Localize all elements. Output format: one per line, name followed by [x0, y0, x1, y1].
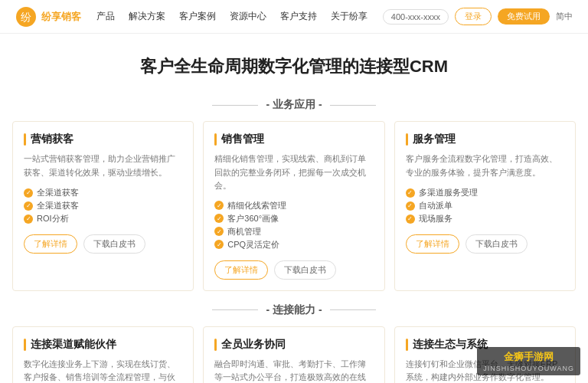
- card-actions: 了解详情 下载白皮书: [24, 234, 182, 254]
- section-line-right: [330, 105, 376, 106]
- card-actions: 了解详情 下载白皮书: [406, 234, 564, 254]
- section-biz-title: - 业务应用 -: [266, 98, 322, 112]
- check-icon: ✓: [406, 201, 415, 211]
- card-features: ✓ 精细化线索管理 ✓ 客户360°画像 ✓ 商机管理 ✓ CPQ灵活定价: [214, 199, 373, 251]
- check-icon: ✓: [214, 201, 224, 210]
- check-icon: ✓: [214, 240, 224, 249]
- lang-button[interactable]: 简中: [556, 11, 573, 22]
- section-biz-title-wrap: - 业务应用 -: [0, 98, 588, 112]
- feature-text: 多渠道服务受理: [419, 187, 478, 198]
- card-desc: 数字化连接业务上下游，实现在线订货、客户报备、销售培训等全流程管理，与伙伴共创共…: [24, 358, 182, 383]
- watermark-main: 金狮手游网: [504, 350, 554, 364]
- phone-button[interactable]: 400-xxx-xxxx: [383, 9, 449, 25]
- card-features: ✓ 多渠道服务受理 ✓ 自动派单 ✓ 现场服务: [406, 186, 564, 225]
- card-title: 营销获客: [31, 133, 74, 146]
- feature-item: ✓ 商机管理: [214, 225, 373, 238]
- check-icon: ✓: [406, 188, 415, 198]
- detail-button[interactable]: 了解详情: [214, 260, 268, 280]
- check-icon: ✓: [24, 188, 33, 198]
- nav-cases[interactable]: 客户案例: [179, 10, 216, 23]
- feature-item: ✓ 多渠道服务受理: [406, 186, 564, 199]
- check-icon: ✓: [214, 227, 224, 236]
- card-title: 服务管理: [413, 133, 456, 146]
- section-connect-title: - 连接能力 -: [266, 303, 322, 317]
- card-accent: [24, 339, 26, 351]
- hero-title: 客户全生命周期数字化管理的连接型CRM: [15, 55, 573, 78]
- section-connect-title-wrap: - 连接能力 -: [0, 303, 588, 317]
- card-desc: 精细化销售管理，实现线索、商机到订单回款的完整业务闭环，把握每一次成交机会。: [214, 152, 373, 193]
- feature-item: ✓ 全渠道获客: [24, 199, 182, 212]
- nav-resources[interactable]: 资源中心: [230, 10, 266, 23]
- watermark-sub: JINSHISHOUYOUWANG: [483, 365, 574, 372]
- header-actions: 400-xxx-xxxx 登录 免费试用 简中: [383, 8, 573, 25]
- hero-section: 客户全生命周期数字化管理的连接型CRM: [0, 34, 588, 86]
- nav-product[interactable]: 产品: [96, 10, 115, 23]
- logo[interactable]: 纷 纷享销客: [15, 6, 81, 28]
- biz-cards-grid: 营销获客 一站式营销获客管理，助力企业营销推广获客、渠道转化效果，驱动业绩增长。…: [0, 121, 588, 291]
- feature-item: ✓ 自动派单: [406, 199, 564, 212]
- feature-text: 自动派单: [419, 200, 452, 211]
- check-icon: ✓: [406, 214, 415, 224]
- nav-support[interactable]: 客户支持: [280, 10, 317, 23]
- feature-text: 现场服务: [419, 213, 452, 224]
- card-title: 连接生态与系统: [413, 338, 488, 352]
- card-1: 销售管理 精细化销售管理，实现线索、商机到订单回款的完整业务闭环，把握每一次成交…: [203, 121, 384, 291]
- logo-text: 纷享销客: [41, 10, 81, 24]
- card-1: 全员业务协同 融合即时沟通、审批、考勤打卡、工作簿等一站式办公平台，打造极致高效…: [203, 326, 384, 383]
- card-header: 全员业务协同: [214, 338, 373, 352]
- feature-item: ✓ 全渠道获客: [24, 186, 182, 199]
- section-line-left: [212, 105, 258, 106]
- watermark: 金狮手游网 JINSHISHOUYOUWANG: [477, 347, 580, 375]
- check-icon: ✓: [214, 214, 224, 223]
- detail-button[interactable]: 了解详情: [24, 234, 77, 254]
- card-title: 全员业务协同: [221, 338, 286, 352]
- card-accent: [214, 339, 217, 351]
- card-desc: 客户服务全流程数字化管理，打造高效、专业的服务体验，提升客户满意度。: [406, 152, 564, 180]
- feature-text: 精细化线索管理: [227, 200, 286, 211]
- detail-button[interactable]: 了解详情: [406, 234, 459, 254]
- card-title: 销售管理: [221, 133, 264, 146]
- card-header: 服务管理: [406, 133, 564, 146]
- feature-text: CPQ灵活定价: [227, 239, 279, 250]
- feature-text: 商机管理: [227, 226, 261, 237]
- feature-item: ✓ CPQ灵活定价: [214, 238, 373, 251]
- card-desc: 一站式营销获客管理，助力企业营销推广获客、渠道转化效果，驱动业绩增长。: [24, 152, 182, 180]
- card-header: 营销获客: [24, 133, 182, 146]
- card-accent: [24, 133, 26, 146]
- card-actions: 了解详情 下载白皮书: [214, 260, 373, 280]
- card-0: 连接渠道赋能伙伴 数字化连接业务上下游，实现在线订货、客户报备、销售培训等全流程…: [12, 326, 194, 383]
- whitepaper-button[interactable]: 下载白皮书: [83, 234, 145, 254]
- card-2: 服务管理 客户服务全流程数字化管理，打造高效、专业的服务体验，提升客户满意度。 …: [394, 121, 576, 291]
- section-line2-left: [212, 309, 258, 310]
- logo-icon: 纷: [15, 6, 37, 28]
- nav-about[interactable]: 关于纷享: [331, 10, 368, 23]
- check-icon: ✓: [24, 214, 33, 224]
- login-button[interactable]: 登录: [455, 8, 492, 25]
- card-header: 连接渠道赋能伙伴: [24, 338, 182, 352]
- card-0: 营销获客 一站式营销获客管理，助力企业营销推广获客、渠道转化效果，驱动业绩增长。…: [12, 121, 194, 291]
- feature-text: ROI分析: [37, 213, 69, 224]
- feature-item: ✓ ROI分析: [24, 212, 182, 225]
- feature-text: 全渠道获客: [37, 187, 79, 198]
- svg-text:纷: 纷: [21, 11, 31, 23]
- card-title: 连接渠道赋能伙伴: [31, 338, 116, 352]
- feature-item: ✓ 精细化线索管理: [214, 199, 373, 212]
- feature-item: ✓ 现场服务: [406, 212, 564, 225]
- section-line2-right: [330, 309, 376, 310]
- card-accent: [406, 133, 408, 146]
- card-accent: [214, 133, 217, 146]
- card-desc: 融合即时沟通、审批、考勤打卡、工作簿等一站式办公平台，打造极致高效的在线协同作业…: [214, 358, 373, 383]
- feature-item: ✓ 客户360°画像: [214, 212, 373, 225]
- feature-text: 全渠道获客: [37, 200, 79, 211]
- header: 纷 纷享销客 产品 解决方案 客户案例 资源中心 客户支持 关于纷享 400-x…: [0, 0, 588, 34]
- card-accent: [406, 339, 408, 351]
- trial-button[interactable]: 免费试用: [498, 8, 550, 25]
- main-nav: 产品 解决方案 客户案例 资源中心 客户支持 关于纷享: [96, 10, 368, 23]
- nav-solution[interactable]: 解决方案: [129, 10, 165, 23]
- whitepaper-button[interactable]: 下载白皮书: [466, 234, 528, 254]
- check-icon: ✓: [24, 201, 33, 211]
- card-features: ✓ 全渠道获客 ✓ 全渠道获客 ✓ ROI分析: [24, 186, 182, 225]
- feature-text: 客户360°画像: [227, 213, 279, 224]
- card-header: 销售管理: [214, 133, 373, 146]
- whitepaper-button[interactable]: 下载白皮书: [274, 260, 336, 280]
